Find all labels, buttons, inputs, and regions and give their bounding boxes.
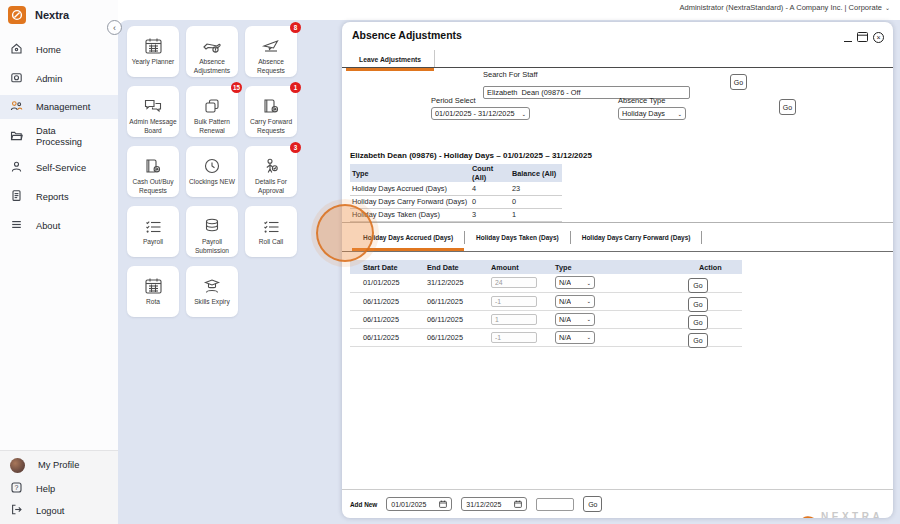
detail-tabs: Holiday Days Accrued (Days) Holiday Days… — [342, 223, 893, 251]
type-select[interactable]: N/A⌄ — [555, 331, 595, 344]
tile-details-for-approval[interactable]: 3 Details For Approval — [245, 146, 297, 197]
add-new-start-date-input[interactable]: 01/01/2025 — [386, 497, 452, 511]
tile-label: Payroll — [141, 238, 165, 247]
logout-icon — [10, 502, 23, 520]
tile-clockings-new[interactable]: Clockings NEW — [186, 146, 238, 197]
column-header: Balance (All) — [510, 164, 562, 182]
amount-input[interactable] — [491, 314, 537, 325]
tile-yearly-planner[interactable]: Yearly Planner — [127, 26, 179, 77]
tile-payroll[interactable]: Payroll — [127, 206, 179, 257]
row-go-button[interactable]: Go — [688, 278, 708, 293]
sidebar-item-logout[interactable]: Logout — [0, 499, 118, 523]
maximize-button[interactable] — [857, 28, 868, 46]
tile-rota[interactable]: Rota — [127, 266, 179, 317]
avatar — [10, 458, 25, 473]
detail-tabs-underline — [342, 251, 893, 252]
tile-label: Absence Adjustments — [186, 58, 238, 75]
chevron-down-icon: ⌄ — [586, 298, 591, 304]
end-date-cell: 06/11/2025 — [414, 328, 478, 346]
tile-grid: Yearly Planner Absence Adjustments 8 Abs… — [127, 26, 297, 317]
help-icon: ? — [10, 480, 23, 498]
tile-label: Absence Requests — [245, 58, 297, 75]
period-select[interactable]: 01/01/2025 - 31/12/2025 ⌄ — [431, 107, 530, 120]
svg-text:?: ? — [15, 484, 19, 491]
amount-input[interactable] — [491, 332, 537, 343]
row-go-button[interactable]: Go — [688, 333, 708, 348]
nextra-logo-icon — [8, 6, 26, 24]
start-date-cell: 01/01/2025 — [350, 274, 414, 292]
absence-type-select[interactable]: Holiday Days ⌄ — [618, 107, 686, 120]
sidebar-item-my-profile[interactable]: My Profile — [0, 453, 118, 477]
table-header-row: Start Date End Date Amount Type Action — [350, 260, 742, 274]
sidebar-item-label: Logout — [36, 506, 64, 517]
sidebar-item-admin[interactable]: Admin — [0, 67, 118, 91]
absence-adjustments-window: Absence Adjustments × Leave Adjustments … — [342, 22, 893, 518]
row-go-button[interactable]: Go — [688, 297, 708, 312]
tab-holiday-days-taken[interactable]: Holiday Days Taken (Days) — [465, 223, 570, 251]
tab-underline — [342, 67, 893, 68]
tile-payroll-submission[interactable]: Payroll Submission — [186, 206, 238, 257]
sidebar-divider — [0, 450, 118, 451]
tile-bulk-pattern-renewal[interactable]: 15 Bulk Pattern Renewal — [186, 86, 238, 137]
checklist-icon — [144, 210, 163, 235]
tile-absence-requests[interactable]: 8 Absence Requests — [245, 26, 297, 77]
menu-lines-icon — [10, 217, 23, 235]
add-new-amount-input[interactable] — [536, 498, 574, 511]
tile-label: Yearly Planner — [130, 58, 177, 67]
sidebar: Nextra Home Admin Management Data Proces… — [0, 0, 118, 524]
watermark-text: NEXTRA — [821, 511, 883, 518]
copy-icon — [203, 90, 221, 115]
sidebar-item-reports[interactable]: Reports — [0, 185, 118, 209]
table-row: 06/11/2025 06/11/2025 N/A⌄ Go — [350, 310, 742, 328]
chevron-left-icon: ‹ — [113, 23, 116, 33]
sidebar-item-home[interactable]: Home — [0, 38, 118, 62]
tile-label: Carry Forward Requests — [245, 118, 297, 135]
tile-cash-out-buy-requests[interactable]: Cash Out/Buy Requests — [127, 146, 179, 197]
tile-admin-message-board[interactable]: Admin Message Board — [127, 86, 179, 137]
type-select[interactable]: N/A⌄ — [555, 313, 595, 326]
close-button[interactable]: × — [873, 32, 884, 43]
sidebar-item-label: Reports — [36, 192, 69, 203]
sidebar-item-data-processing[interactable]: Data Processing — [0, 121, 118, 153]
end-date-cell: 31/12/2025 — [414, 274, 478, 292]
minimize-button[interactable] — [844, 32, 852, 42]
collapse-panel-button[interactable]: ‹ — [107, 20, 122, 35]
column-header: Amount — [478, 260, 542, 274]
home-icon — [10, 41, 23, 59]
sidebar-item-help[interactable]: ? Help — [0, 477, 118, 501]
tile-absence-adjustments[interactable]: Absence Adjustments — [186, 26, 238, 77]
sidebar-item-label: Data Processing — [36, 126, 98, 147]
notification-badge: 1 — [290, 82, 301, 93]
tab-holiday-days-accrued[interactable]: Holiday Days Accrued (Days) — [352, 223, 464, 251]
summary-row: Holiday Days Taken (Days) 3 1 — [350, 208, 562, 221]
calendar-icon — [439, 500, 447, 509]
sidebar-item-management[interactable]: Management — [0, 95, 118, 119]
user-account-menu[interactable]: Administrator (NextraStandard) - A Compa… — [680, 3, 890, 12]
amount-input[interactable] — [491, 296, 537, 307]
add-new-label: Add New — [350, 501, 377, 508]
search-go-button[interactable]: Go — [730, 74, 747, 90]
filter-go-button[interactable]: Go — [779, 99, 796, 115]
sidebar-item-self-service[interactable]: Self-Service — [0, 156, 118, 180]
search-label: Search For Staff — [483, 70, 690, 79]
amount-input[interactable] — [491, 277, 537, 288]
add-new-end-date-input[interactable]: 31/12/2025 — [461, 497, 527, 511]
add-new-go-button[interactable]: Go — [583, 496, 602, 512]
type-select[interactable]: N/A⌄ — [555, 295, 595, 308]
tile-roll-call[interactable]: Roll Call — [245, 206, 297, 257]
summary-heading: Elizabeth Dean (09876) - Holiday Days – … — [350, 151, 592, 160]
start-date-cell: 06/11/2025 — [350, 328, 414, 346]
absence-type-group: Absence Type Holiday Days ⌄ — [618, 96, 686, 120]
tile-skills-expiry[interactable]: Skills Expiry — [186, 266, 238, 317]
type-select[interactable]: N/A⌄ — [555, 276, 595, 289]
document-forward-icon — [261, 90, 281, 115]
sidebar-item-about[interactable]: About — [0, 214, 118, 238]
row-go-button[interactable]: Go — [688, 315, 708, 330]
end-date-cell: 06/11/2025 — [414, 292, 478, 310]
period-label: Period Select — [431, 96, 530, 105]
calendar-icon — [514, 500, 522, 509]
tile-carry-forward-requests[interactable]: 1 Carry Forward Requests — [245, 86, 297, 137]
tab-holiday-days-carry-forward[interactable]: Holiday Days Carry Forward (Days) — [571, 223, 702, 251]
column-header: Start Date — [350, 260, 414, 274]
tab-leave-adjustments[interactable]: Leave Adjustments — [346, 50, 435, 68]
